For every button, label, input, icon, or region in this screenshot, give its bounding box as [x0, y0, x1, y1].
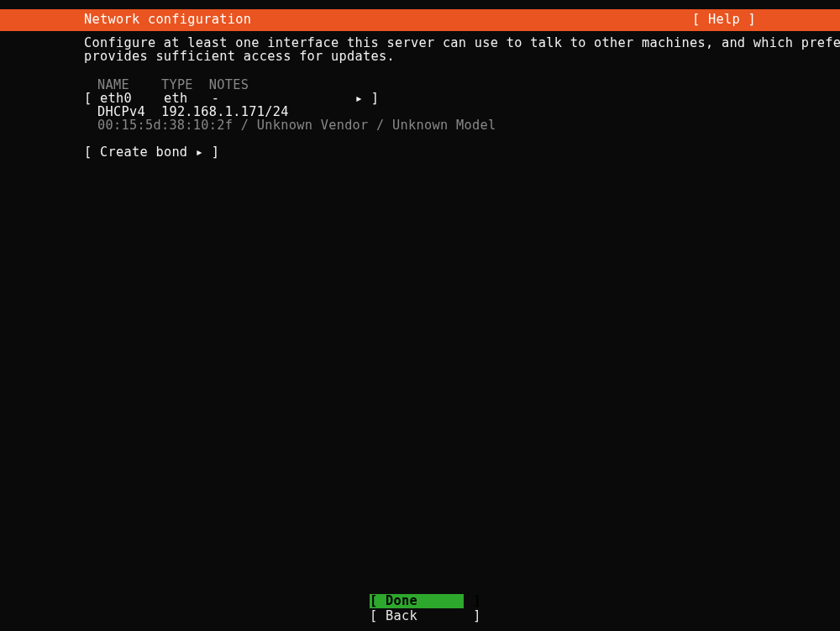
create-bond-button[interactable]: [ Create bond ▸ ]: [84, 146, 219, 160]
title-bar: Network configuration [ Help ]: [0, 9, 840, 31]
intro-line-2: provides sufficient access for updates.: [84, 50, 840, 64]
lbracket-glyph: [: [84, 145, 92, 160]
rbracket-glyph: ]: [748, 12, 757, 27]
lbracket-glyph: [: [692, 12, 701, 27]
vendor: Unknown Vendor: [257, 118, 369, 133]
page-title: Network configuration: [84, 13, 251, 27]
intro-text: Configure at least one interface this se…: [84, 37, 840, 63]
back-label: Back: [386, 608, 417, 623]
create-bond-label: Create bond: [100, 145, 187, 160]
interface-hardware-line: 00:15:5d:38:10:2f / Unknown Vendor / Unk…: [97, 119, 496, 133]
rbracket-glyph: ]: [473, 593, 481, 608]
help-button[interactable]: [ Help ]: [692, 13, 756, 27]
help-label: Help: [708, 12, 740, 27]
lbracket-glyph: [: [370, 593, 378, 608]
chevron-right-icon: ▸: [196, 145, 204, 160]
lbracket-glyph: [: [84, 91, 92, 106]
sep-slash: /: [376, 118, 385, 133]
installer-screen: Network configuration [ Help ] Configure…: [0, 0, 840, 631]
lbracket-glyph: [: [370, 608, 378, 623]
done-label: Done: [386, 593, 417, 608]
sep-slash: /: [241, 118, 249, 133]
rbracket-glyph: ]: [371, 91, 380, 106]
back-button[interactable]: [ Back ]: [370, 609, 464, 623]
chevron-right-icon: ▸: [355, 91, 364, 106]
rbracket-glyph: ]: [212, 145, 220, 160]
done-button[interactable]: [ Done ]: [370, 594, 464, 608]
mac-address: 00:15:5d:38:10:2f: [97, 118, 233, 133]
rbracket-glyph: ]: [473, 608, 481, 623]
model: Unknown Model: [392, 118, 496, 133]
